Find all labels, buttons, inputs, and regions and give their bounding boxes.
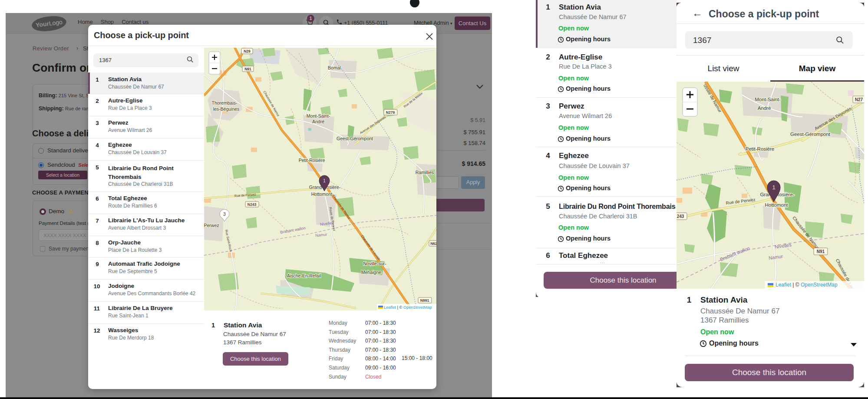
svg-text:1: 1 — [323, 178, 326, 183]
svg-text:Ramillies: Ramillies — [416, 170, 434, 175]
svg-text:N991: N991 — [420, 298, 429, 303]
svg-text:Mont-Saint-: Mont-Saint- — [307, 113, 330, 119]
svg-text:3: 3 — [223, 211, 226, 217]
svg-text:Leaflet | © OpenStreetMap: Leaflet | © OpenStreetMap — [384, 305, 432, 310]
svg-text:André: André — [758, 106, 771, 111]
svg-text:N91: N91 — [817, 249, 825, 254]
svg-text:243: 243 — [677, 214, 684, 219]
svg-text:Geest-Gérompont: Geest-Gérompont — [790, 132, 831, 137]
svg-text:les-Béguines: les-Béguines — [213, 106, 240, 112]
svg-text:André: André — [312, 119, 324, 124]
svg-text:Hottomont: Hottomont — [311, 191, 333, 197]
svg-text:Petit-Rosière: Petit-Rosière — [299, 158, 325, 163]
svg-text:Mont-Saint-: Mont-Saint- — [755, 97, 781, 102]
svg-text:N27: N27 — [855, 97, 863, 102]
svg-text:Mehaigne: Mehaigne — [361, 270, 381, 275]
svg-text:Aische-En-Refail: Aische-En-Refail — [287, 273, 321, 278]
svg-text:Leaflet | © OpenStreetMap: Leaflet | © OpenStreetMap — [776, 282, 838, 288]
svg-text:N243: N243 — [248, 202, 257, 207]
svg-text:Hottomont: Hottomont — [765, 202, 788, 208]
svg-text:Bomal: Bomal — [328, 65, 341, 70]
svg-text:1: 1 — [772, 184, 775, 191]
svg-text:N91: N91 — [244, 67, 251, 71]
svg-text:N29: N29 — [244, 49, 251, 53]
svg-text:Geest-Gérompont: Geest-Gérompont — [337, 136, 373, 141]
svg-text:Noville-sur-: Noville-sur- — [363, 261, 386, 266]
svg-text:Thorembais-: Thorembais- — [212, 100, 238, 106]
svg-text:N279: N279 — [386, 110, 395, 115]
svg-text:Perwez: Perwez — [204, 223, 219, 228]
svg-text:Petit-Rosière: Petit-Rosière — [746, 146, 774, 152]
svg-text:N62: N62 — [430, 241, 436, 246]
